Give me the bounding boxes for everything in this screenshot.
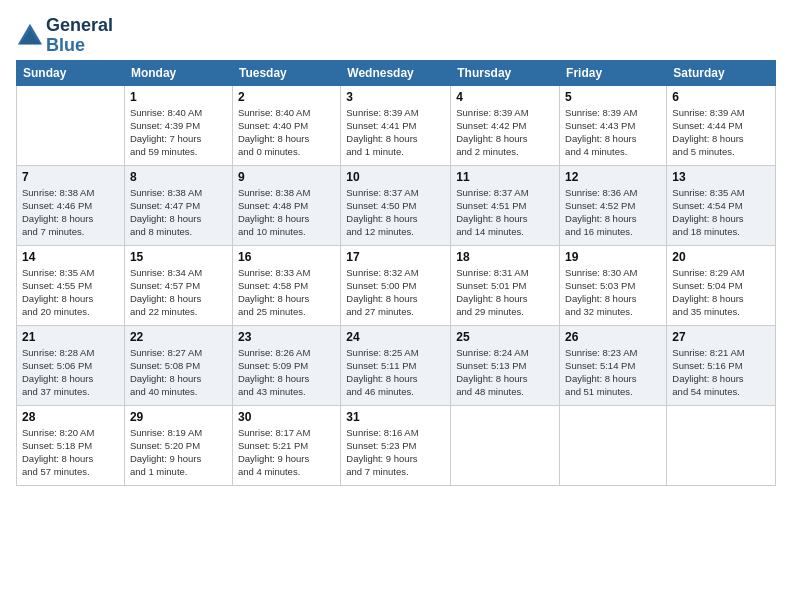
day-number: 11 [456, 170, 554, 184]
day-info: Sunrise: 8:38 AMSunset: 4:46 PMDaylight:… [22, 186, 119, 239]
calendar-cell: 28Sunrise: 8:20 AMSunset: 5:18 PMDayligh… [17, 405, 125, 485]
calendar-cell: 17Sunrise: 8:32 AMSunset: 5:00 PMDayligh… [341, 245, 451, 325]
calendar-week-row: 21Sunrise: 8:28 AMSunset: 5:06 PMDayligh… [17, 325, 776, 405]
calendar-cell [560, 405, 667, 485]
day-number: 5 [565, 90, 661, 104]
day-info: Sunrise: 8:29 AMSunset: 5:04 PMDaylight:… [672, 266, 770, 319]
calendar-week-row: 1Sunrise: 8:40 AMSunset: 4:39 PMDaylight… [17, 85, 776, 165]
day-number: 12 [565, 170, 661, 184]
day-number: 31 [346, 410, 445, 424]
calendar-cell: 5Sunrise: 8:39 AMSunset: 4:43 PMDaylight… [560, 85, 667, 165]
day-number: 16 [238, 250, 335, 264]
calendar-cell: 25Sunrise: 8:24 AMSunset: 5:13 PMDayligh… [451, 325, 560, 405]
calendar-table: Sunday Monday Tuesday Wednesday Thursday… [16, 60, 776, 486]
day-info: Sunrise: 8:28 AMSunset: 5:06 PMDaylight:… [22, 346, 119, 399]
day-number: 6 [672, 90, 770, 104]
calendar-cell: 13Sunrise: 8:35 AMSunset: 4:54 PMDayligh… [667, 165, 776, 245]
day-info: Sunrise: 8:25 AMSunset: 5:11 PMDaylight:… [346, 346, 445, 399]
day-number: 30 [238, 410, 335, 424]
calendar-week-row: 28Sunrise: 8:20 AMSunset: 5:18 PMDayligh… [17, 405, 776, 485]
day-info: Sunrise: 8:16 AMSunset: 5:23 PMDaylight:… [346, 426, 445, 479]
main-container: General Blue Sunday Monday Tuesday Wedne… [0, 0, 792, 494]
day-info: Sunrise: 8:20 AMSunset: 5:18 PMDaylight:… [22, 426, 119, 479]
calendar-cell: 10Sunrise: 8:37 AMSunset: 4:50 PMDayligh… [341, 165, 451, 245]
calendar-cell: 21Sunrise: 8:28 AMSunset: 5:06 PMDayligh… [17, 325, 125, 405]
header-saturday: Saturday [667, 60, 776, 85]
day-info: Sunrise: 8:27 AMSunset: 5:08 PMDaylight:… [130, 346, 227, 399]
calendar-cell: 31Sunrise: 8:16 AMSunset: 5:23 PMDayligh… [341, 405, 451, 485]
day-info: Sunrise: 8:30 AMSunset: 5:03 PMDaylight:… [565, 266, 661, 319]
day-number: 4 [456, 90, 554, 104]
logo: General Blue [16, 16, 113, 56]
logo-text-blue: Blue [46, 36, 113, 56]
day-info: Sunrise: 8:38 AMSunset: 4:47 PMDaylight:… [130, 186, 227, 239]
calendar-cell: 29Sunrise: 8:19 AMSunset: 5:20 PMDayligh… [124, 405, 232, 485]
header-tuesday: Tuesday [232, 60, 340, 85]
header-thursday: Thursday [451, 60, 560, 85]
day-info: Sunrise: 8:26 AMSunset: 5:09 PMDaylight:… [238, 346, 335, 399]
calendar-cell: 6Sunrise: 8:39 AMSunset: 4:44 PMDaylight… [667, 85, 776, 165]
calendar-cell: 2Sunrise: 8:40 AMSunset: 4:40 PMDaylight… [232, 85, 340, 165]
day-number: 2 [238, 90, 335, 104]
header: General Blue [16, 12, 776, 56]
calendar-cell: 14Sunrise: 8:35 AMSunset: 4:55 PMDayligh… [17, 245, 125, 325]
day-info: Sunrise: 8:24 AMSunset: 5:13 PMDaylight:… [456, 346, 554, 399]
day-info: Sunrise: 8:40 AMSunset: 4:39 PMDaylight:… [130, 106, 227, 159]
calendar-cell: 24Sunrise: 8:25 AMSunset: 5:11 PMDayligh… [341, 325, 451, 405]
calendar-cell: 3Sunrise: 8:39 AMSunset: 4:41 PMDaylight… [341, 85, 451, 165]
calendar-cell: 19Sunrise: 8:30 AMSunset: 5:03 PMDayligh… [560, 245, 667, 325]
calendar-cell [667, 405, 776, 485]
day-info: Sunrise: 8:39 AMSunset: 4:44 PMDaylight:… [672, 106, 770, 159]
day-info: Sunrise: 8:40 AMSunset: 4:40 PMDaylight:… [238, 106, 335, 159]
calendar-cell: 1Sunrise: 8:40 AMSunset: 4:39 PMDaylight… [124, 85, 232, 165]
calendar-cell: 18Sunrise: 8:31 AMSunset: 5:01 PMDayligh… [451, 245, 560, 325]
day-info: Sunrise: 8:38 AMSunset: 4:48 PMDaylight:… [238, 186, 335, 239]
day-number: 10 [346, 170, 445, 184]
day-number: 19 [565, 250, 661, 264]
calendar-cell: 8Sunrise: 8:38 AMSunset: 4:47 PMDaylight… [124, 165, 232, 245]
calendar-week-row: 14Sunrise: 8:35 AMSunset: 4:55 PMDayligh… [17, 245, 776, 325]
day-number: 8 [130, 170, 227, 184]
day-number: 24 [346, 330, 445, 344]
calendar-cell: 4Sunrise: 8:39 AMSunset: 4:42 PMDaylight… [451, 85, 560, 165]
day-number: 9 [238, 170, 335, 184]
day-number: 28 [22, 410, 119, 424]
day-info: Sunrise: 8:32 AMSunset: 5:00 PMDaylight:… [346, 266, 445, 319]
day-number: 26 [565, 330, 661, 344]
header-wednesday: Wednesday [341, 60, 451, 85]
calendar-cell: 22Sunrise: 8:27 AMSunset: 5:08 PMDayligh… [124, 325, 232, 405]
day-info: Sunrise: 8:34 AMSunset: 4:57 PMDaylight:… [130, 266, 227, 319]
calendar-cell: 9Sunrise: 8:38 AMSunset: 4:48 PMDaylight… [232, 165, 340, 245]
calendar-cell: 15Sunrise: 8:34 AMSunset: 4:57 PMDayligh… [124, 245, 232, 325]
day-info: Sunrise: 8:37 AMSunset: 4:50 PMDaylight:… [346, 186, 445, 239]
day-info: Sunrise: 8:31 AMSunset: 5:01 PMDaylight:… [456, 266, 554, 319]
day-info: Sunrise: 8:17 AMSunset: 5:21 PMDaylight:… [238, 426, 335, 479]
calendar-cell [17, 85, 125, 165]
day-info: Sunrise: 8:36 AMSunset: 4:52 PMDaylight:… [565, 186, 661, 239]
calendar-cell: 20Sunrise: 8:29 AMSunset: 5:04 PMDayligh… [667, 245, 776, 325]
calendar-cell: 30Sunrise: 8:17 AMSunset: 5:21 PMDayligh… [232, 405, 340, 485]
day-number: 20 [672, 250, 770, 264]
day-info: Sunrise: 8:19 AMSunset: 5:20 PMDaylight:… [130, 426, 227, 479]
calendar-week-row: 7Sunrise: 8:38 AMSunset: 4:46 PMDaylight… [17, 165, 776, 245]
day-info: Sunrise: 8:39 AMSunset: 4:41 PMDaylight:… [346, 106, 445, 159]
day-number: 18 [456, 250, 554, 264]
calendar-cell: 23Sunrise: 8:26 AMSunset: 5:09 PMDayligh… [232, 325, 340, 405]
calendar-cell: 7Sunrise: 8:38 AMSunset: 4:46 PMDaylight… [17, 165, 125, 245]
day-info: Sunrise: 8:33 AMSunset: 4:58 PMDaylight:… [238, 266, 335, 319]
day-info: Sunrise: 8:21 AMSunset: 5:16 PMDaylight:… [672, 346, 770, 399]
day-info: Sunrise: 8:39 AMSunset: 4:43 PMDaylight:… [565, 106, 661, 159]
day-number: 13 [672, 170, 770, 184]
day-number: 14 [22, 250, 119, 264]
day-number: 23 [238, 330, 335, 344]
day-info: Sunrise: 8:37 AMSunset: 4:51 PMDaylight:… [456, 186, 554, 239]
logo-icon [16, 22, 44, 50]
day-number: 29 [130, 410, 227, 424]
day-info: Sunrise: 8:23 AMSunset: 5:14 PMDaylight:… [565, 346, 661, 399]
logo-text-general: General [46, 16, 113, 36]
day-info: Sunrise: 8:35 AMSunset: 4:54 PMDaylight:… [672, 186, 770, 239]
day-number: 7 [22, 170, 119, 184]
day-number: 27 [672, 330, 770, 344]
calendar-cell [451, 405, 560, 485]
day-info: Sunrise: 8:39 AMSunset: 4:42 PMDaylight:… [456, 106, 554, 159]
